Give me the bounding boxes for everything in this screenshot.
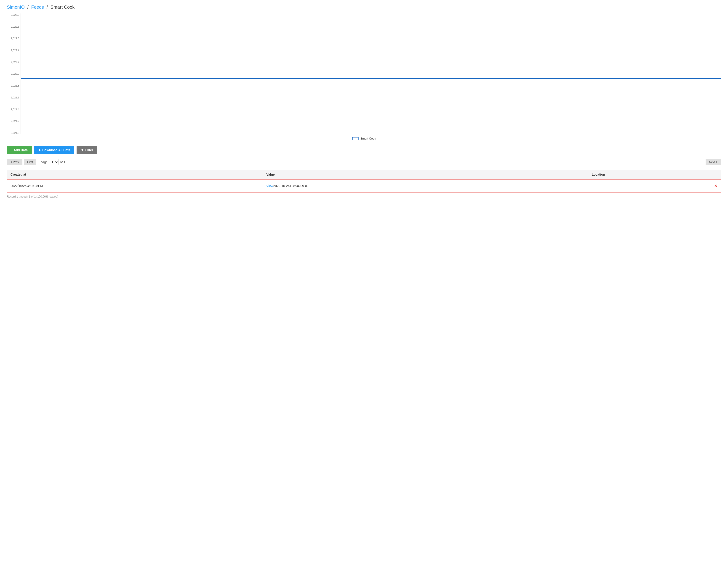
cell-location: ✕ [588, 179, 721, 193]
y-axis: 2,023.02,022.82,022.62,022.42,022.22,022… [7, 13, 21, 134]
table-row: 2022/10/26 4:19:28PMView2022-10-26T08:34… [7, 179, 721, 193]
y-axis-label: 2,022.4 [11, 49, 19, 52]
y-axis-label: 2,022.6 [11, 37, 19, 40]
data-table: Created at Value Location 2022/10/26 4:1… [7, 170, 721, 193]
y-axis-label: 2,021.2 [11, 120, 19, 122]
chart-inner: 2,023.02,022.82,022.62,022.42,022.22,022… [7, 13, 721, 141]
y-axis-label: 2,023.0 [11, 13, 19, 16]
y-axis-label: 2,021.8 [11, 84, 19, 87]
view-link[interactable]: View [266, 184, 273, 188]
breadcrumb: SimonIO / Feeds / Smart Cook [7, 5, 721, 10]
add-data-button[interactable]: + Add Data [7, 146, 32, 154]
breadcrumb-org-link[interactable]: SimonIO [7, 5, 25, 10]
chart-plot [21, 13, 721, 134]
table-body: 2022/10/26 4:19:28PMView2022-10-26T08:34… [7, 179, 721, 193]
filter-label: Filter [85, 148, 93, 152]
breadcrumb-current: Smart Cook [51, 5, 75, 10]
pagination: < Prev First page 1 of 1 Next > [7, 157, 721, 167]
breadcrumb-sep2: / [47, 5, 48, 10]
y-axis-label: 2,021.6 [11, 96, 19, 99]
legend-label: Smart Cook [360, 137, 376, 140]
chart-legend: Smart Cook [352, 137, 376, 140]
breadcrumb-sep1: / [27, 5, 29, 10]
filter-icon: ▼ [81, 148, 84, 152]
table-header: Created at Value Location [7, 170, 721, 179]
chart-container: 2,023.02,022.82,022.62,022.42,022.22,022… [7, 13, 721, 141]
col-created-at: Created at [7, 170, 263, 179]
y-axis-label: 2,021.4 [11, 108, 19, 111]
first-button[interactable]: First [24, 159, 36, 165]
y-axis-label: 2,022.0 [11, 72, 19, 75]
cell-value: View2022-10-26T08:34:09-0... [263, 179, 588, 193]
value-text: 2022-10-26T08:34:09-0... [273, 184, 309, 188]
next-button[interactable]: Next > [706, 159, 721, 165]
y-axis-label: 2,022.8 [11, 25, 19, 28]
y-axis-label: 2,021.0 [11, 132, 19, 134]
of-label: of 1 [60, 160, 65, 164]
download-all-data-button[interactable]: ⬇ Download All Data [34, 146, 74, 154]
chart-svg [21, 13, 721, 134]
legend-swatch [352, 137, 358, 140]
page-label: page [40, 160, 48, 164]
table-header-row: Created at Value Location [7, 170, 721, 179]
record-info: Record 1 through 1 of 1 (100.00% loaded) [7, 195, 721, 198]
toolbar: + Add Data ⬇ Download All Data ▼ Filter [7, 146, 721, 154]
breadcrumb-feeds-link[interactable]: Feeds [31, 5, 44, 10]
cell-created-at: 2022/10/26 4:19:28PM [7, 179, 263, 193]
col-value: Value [263, 170, 588, 179]
download-label: Download All Data [42, 148, 70, 152]
col-location: Location [588, 170, 721, 179]
download-icon: ⬇ [38, 148, 41, 152]
filter-button[interactable]: ▼ Filter [77, 146, 97, 154]
delete-button[interactable]: ✕ [714, 183, 717, 189]
page-select[interactable]: 1 [49, 159, 59, 165]
y-axis-label: 2,022.2 [11, 61, 19, 64]
prev-button[interactable]: < Prev [7, 159, 22, 165]
